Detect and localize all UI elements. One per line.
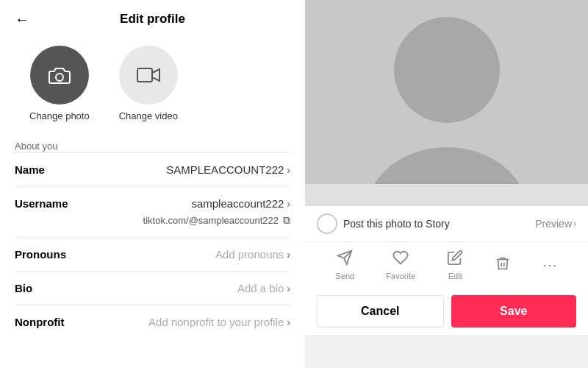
delete-action[interactable] [495,255,511,275]
tiktok-url-row: tiktok.com/@sampleaccount222 ⧉ [15,214,290,227]
nonprofit-chevron-icon: › [287,316,290,328]
avatar-image [305,0,588,206]
pronouns-chevron-icon: › [287,249,290,261]
username-field-value: sampleaccount222 › [191,197,290,210]
page-title: Edit profile [120,12,185,26]
left-panel: ← Edit profile Change photo Chan [0,0,305,368]
more-action[interactable]: ⋯ [542,256,557,274]
story-bar: Post this photo to Story Preview › [305,206,588,242]
story-text: Post this photo to Story [343,218,529,230]
save-button[interactable]: Save [451,295,577,328]
pronouns-field-value: Add pronouns › [215,248,290,261]
send-action[interactable]: Send [336,250,355,280]
back-button[interactable]: ← [15,12,29,26]
about-section: About you [0,133,305,152]
photo-circle [30,46,89,105]
svg-rect-5 [305,184,588,206]
favorite-action[interactable]: Favorite [386,250,415,280]
send-label: Send [336,272,355,280]
name-chevron-icon: › [287,164,290,176]
video-icon [137,66,160,84]
bio-field-label: Bio [15,282,32,294]
media-options-section: Change photo Change video [0,38,305,133]
username-row[interactable]: Username sampleaccount222 › [15,197,290,210]
svg-point-0 [56,74,63,81]
copy-icon[interactable]: ⧉ [283,214,290,227]
avatar-placeholder [305,0,588,206]
more-icon: ⋯ [542,256,557,274]
pronouns-row[interactable]: Pronouns Add pronouns › [0,238,305,271]
username-field-label: Username [15,197,68,210]
name-field-label: Name [15,163,45,176]
svg-rect-1 [137,68,152,82]
camera-icon [49,66,71,85]
username-section: Username sampleaccount222 › tiktok.com/@… [0,187,305,237]
change-photo-option[interactable]: Change photo [29,46,90,121]
preview-chevron-icon: › [573,219,576,229]
username-chevron-icon: › [287,198,290,210]
right-panel: Post this photo to Story Preview › Send … [305,0,588,368]
bio-field-value: Add a bio › [237,282,290,294]
trash-icon [495,255,511,275]
action-icons-bar: Send Favorite Edit [305,242,588,288]
photo-preview-area [305,0,588,206]
header: ← Edit profile [0,0,305,38]
change-video-label: Change video [119,110,178,121]
cancel-button[interactable]: Cancel [317,295,444,328]
nonprofit-row[interactable]: Nonprofit Add nonprofit to your profile … [0,305,305,339]
tiktok-url-text: tiktok.com/@sampleaccount222 [143,215,279,226]
favorite-label: Favorite [386,272,415,280]
edit-icon [447,250,463,269]
about-label: About you [15,141,58,152]
bio-row[interactable]: Bio Add a bio › [0,272,305,305]
bio-chevron-icon: › [287,283,290,294]
video-circle [119,46,178,105]
name-row[interactable]: Name SAMPLEACCOUNT222 › [0,153,305,186]
bottom-buttons: Cancel Save [305,288,588,335]
change-photo-label: Change photo [29,110,90,121]
name-field-value: SAMPLEACCOUNT222 › [166,163,290,176]
heart-icon [392,250,409,269]
edit-label: Edit [448,272,462,280]
svg-point-3 [394,17,500,123]
pronouns-field-label: Pronouns [15,248,66,261]
story-toggle[interactable] [317,213,337,234]
change-video-option[interactable]: Change video [119,46,178,121]
edit-action[interactable]: Edit [447,250,463,280]
send-icon [337,250,353,269]
nonprofit-field-value: Add nonprofit to your profile › [148,316,290,328]
preview-link[interactable]: Preview › [535,218,576,230]
nonprofit-field-label: Nonprofit [15,316,64,328]
